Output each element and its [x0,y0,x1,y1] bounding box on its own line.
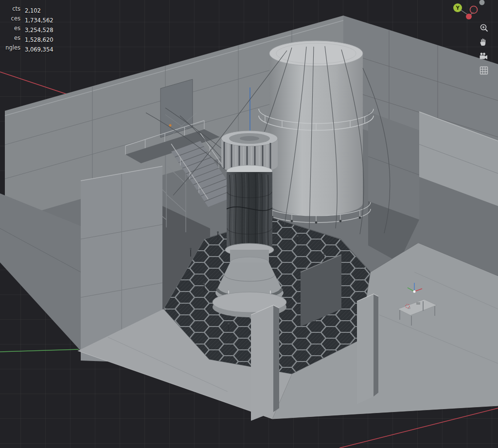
storage-tank [259,41,374,224]
viewport-canvas[interactable]: cts2,102 ces1,734,562 es3,254,528 es1,52… [0,0,498,448]
scene-3d [0,0,498,448]
pan-hand-icon [478,36,490,48]
scene-statistics-overlay: cts2,102 ces1,734,562 es3,254,528 es1,52… [0,5,53,53]
navigation-gizmo[interactable]: Y [445,0,498,26]
stat-row-faces: es1,528,620 [0,34,53,44]
grid-orthographic-icon [478,65,490,76]
stat-label: es [0,24,20,32]
stat-row-triangles: ngles3,069,354 [0,44,53,53]
stat-label: cts [0,5,20,13]
camera-view-icon [478,51,490,62]
stat-label: es [0,34,20,42]
stat-value: 2,102 [25,7,41,15]
gizmo-x-neg-ball [470,6,478,14]
stat-value: 1,734,562 [25,17,53,24]
camera-view-button[interactable] [478,51,490,62]
gizmo-y-label: Y [455,5,460,11]
stat-value: 3,254,528 [25,26,53,34]
stat-row-vertices: ces1,734,562 [0,15,53,24]
zoom-icon [478,22,490,34]
stat-value: 3,069,354 [25,46,53,53]
stat-row-objects: cts2,102 [0,5,53,15]
orange-marker [169,124,172,127]
zoom-button[interactable] [478,22,490,34]
stat-label: ngles [0,44,20,52]
stat-row-edges: es3,254,528 [0,24,53,34]
stat-value: 1,528,620 [25,36,53,44]
orthographic-toggle-button[interactable] [478,65,490,76]
doorway-panel [160,79,193,138]
gizmo-x-ball [466,14,472,19]
pan-button[interactable] [478,36,490,48]
stat-label: ces [0,15,20,22]
gizmo-axis-ball [480,0,485,5]
